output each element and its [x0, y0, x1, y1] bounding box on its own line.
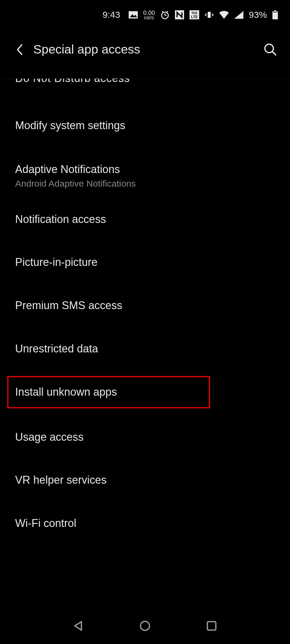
list-item-title: Premium SMS access: [15, 299, 275, 313]
list-item-title: Adaptive Notifications: [15, 162, 275, 177]
nav-back-button[interactable]: [71, 618, 86, 633]
status-time: 9:43: [103, 10, 120, 20]
list-item-title: Unrestricted data: [15, 342, 275, 356]
list-item-title: VR helper services: [15, 473, 275, 487]
list-item-install-unknown-apps[interactable]: Install unknown apps: [0, 376, 290, 408]
battery-percent: 93%: [249, 10, 267, 20]
settings-list: Do Not Disturb access Modify system sett…: [0, 79, 290, 545]
wifi-icon: [219, 11, 229, 19]
list-item-modify-system-settings[interactable]: Modify system settings: [0, 91, 290, 147]
back-button[interactable]: [12, 42, 27, 57]
svg-rect-19: [272, 11, 278, 19]
svg-rect-20: [273, 12, 277, 12]
svg-rect-18: [274, 10, 276, 11]
search-button[interactable]: [263, 42, 278, 57]
square-recents-icon: [206, 620, 217, 631]
circle-home-icon: [139, 620, 151, 632]
battery-icon: [272, 10, 278, 19]
list-item-title: Picture-in-picture: [15, 255, 275, 270]
list-item-do-not-disturb[interactable]: Do Not Disturb access: [0, 79, 290, 91]
svg-line-5: [162, 11, 163, 12]
page-title: Special app access: [33, 42, 263, 57]
alarm-icon: [160, 10, 170, 19]
list-item-notification-access[interactable]: Notification access: [0, 198, 290, 241]
nfc-icon: [175, 10, 184, 19]
list-item-title: Notification access: [15, 212, 275, 227]
list-item-usage-access[interactable]: Usage access: [0, 416, 290, 459]
navigation-bar: [0, 608, 290, 644]
svg-text:Vo)): Vo)): [192, 11, 197, 15]
svg-line-6: [167, 11, 168, 12]
picture-icon: [129, 11, 138, 18]
list-item-title: Usage access: [15, 430, 275, 444]
nav-recents-button[interactable]: [204, 618, 219, 633]
svg-point-24: [140, 621, 150, 630]
app-bar: Special app access: [0, 24, 290, 79]
list-item-title: Wi-Fi control: [15, 516, 275, 531]
svg-rect-11: [208, 12, 211, 18]
network-speed: 0.00 KB/S: [143, 10, 155, 20]
list-item-subtitle: Android Adaptive Notifications: [15, 178, 275, 189]
svg-text:x: x: [241, 11, 242, 14]
chevron-left-icon: [16, 44, 24, 56]
list-item-wifi-control[interactable]: Wi-Fi control: [0, 502, 290, 545]
svg-rect-25: [207, 622, 216, 630]
search-icon: [264, 43, 277, 56]
svg-rect-0: [129, 11, 138, 18]
list-item-vr-helper-services[interactable]: VR helper services: [0, 459, 290, 502]
list-item-adaptive-notifications[interactable]: Adaptive Notifications Android Adaptive …: [0, 147, 290, 198]
svg-point-21: [265, 44, 273, 53]
list-item-premium-sms-access[interactable]: Premium SMS access: [0, 284, 290, 327]
volte-icon: Vo))LTE: [189, 10, 199, 19]
list-item-title: Modify system settings: [15, 119, 275, 133]
triangle-back-icon: [72, 620, 84, 632]
svg-text:LTE: LTE: [191, 15, 198, 19]
nav-home-button[interactable]: [137, 618, 153, 633]
list-item-title: Install unknown apps: [15, 385, 275, 399]
svg-line-22: [273, 52, 276, 55]
svg-marker-23: [75, 622, 81, 630]
list-item-title: Do Not Disturb access: [15, 79, 130, 85]
signal-icon: x: [234, 11, 243, 19]
status-bar: 9:43 0.00 KB/S Vo))LTE x 93%: [0, 0, 290, 24]
list-item-picture-in-picture[interactable]: Picture-in-picture: [0, 241, 290, 284]
vibrate-icon: [205, 10, 214, 19]
list-item-unrestricted-data[interactable]: Unrestricted data: [0, 327, 290, 371]
